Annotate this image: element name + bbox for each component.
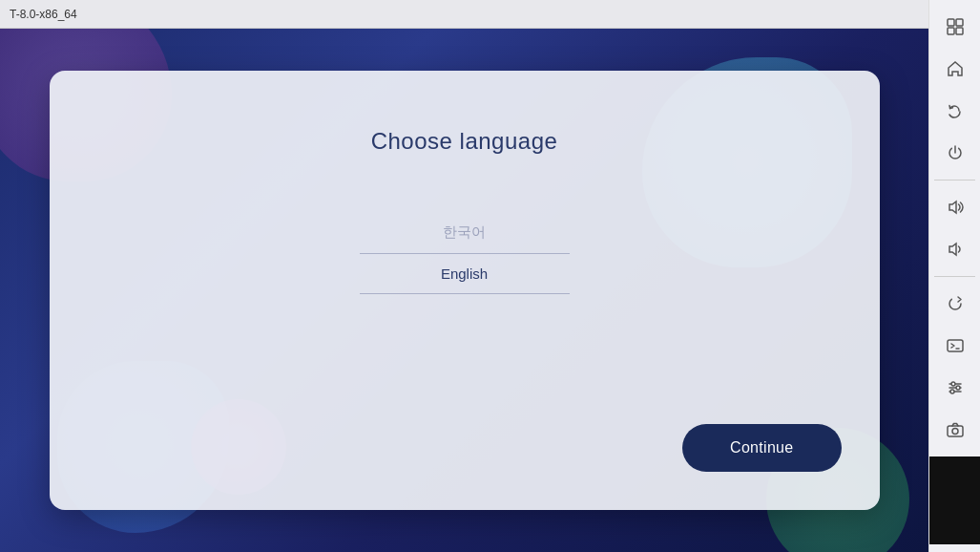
sidebar-divider-2	[934, 276, 974, 277]
sidebar-bottom-black	[929, 456, 980, 544]
power-icon[interactable]	[936, 134, 974, 172]
svg-rect-0	[948, 19, 954, 26]
svg-rect-3	[956, 28, 963, 34]
volume-up-icon[interactable]	[936, 188, 974, 226]
svg-point-12	[952, 429, 958, 435]
camera-icon[interactable]	[936, 411, 974, 449]
svg-point-8	[951, 382, 955, 386]
svg-point-10	[950, 390, 954, 393]
background-area: Choose language 한국어 English Continue	[0, 29, 928, 552]
language-option-korean[interactable]: 한국어	[360, 212, 570, 254]
continue-button[interactable]: Continue	[682, 424, 841, 472]
refresh-icon[interactable]	[936, 285, 974, 323]
svg-point-9	[956, 386, 960, 390]
title-bar: T-8.0-x86_64	[0, 0, 928, 29]
home-icon[interactable]	[936, 50, 974, 88]
language-list: 한국어 English	[360, 212, 570, 294]
svg-rect-11	[948, 426, 963, 436]
sliders-icon[interactable]	[936, 369, 974, 407]
sidebar-divider-1	[934, 180, 974, 180]
language-option-english[interactable]: English	[360, 254, 570, 294]
back-icon[interactable]	[936, 92, 974, 130]
svg-rect-2	[948, 28, 954, 34]
sidebar	[928, 0, 980, 552]
terminal-icon[interactable]	[936, 327, 974, 365]
volume-down-icon[interactable]	[936, 230, 974, 268]
dialog-title: Choose language	[371, 128, 558, 155]
language-dialog: Choose language 한국어 English Continue	[50, 71, 880, 510]
title-bar-label: T-8.0-x86_64	[10, 8, 77, 21]
main-area: T-8.0-x86_64 Choose language 한국어 English…	[0, 0, 928, 552]
svg-rect-4	[948, 340, 963, 351]
grid-icon[interactable]	[936, 8, 974, 46]
svg-rect-1	[956, 19, 963, 26]
